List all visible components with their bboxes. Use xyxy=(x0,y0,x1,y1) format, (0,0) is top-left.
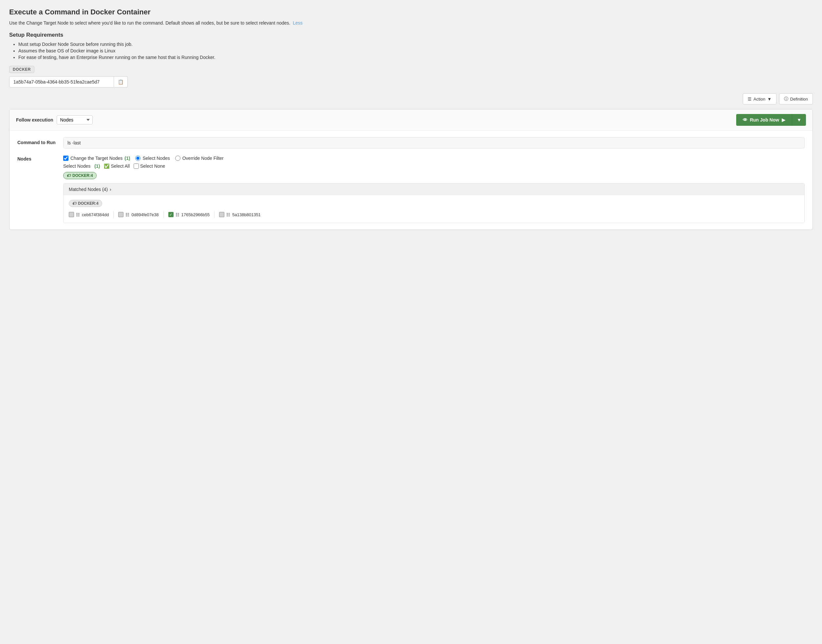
page-title: Execute a Command in Docker Container xyxy=(9,8,813,16)
select-nodes-radio[interactable] xyxy=(135,156,141,161)
matched-tag-label: DOCKER:4 xyxy=(78,201,99,206)
chevron-down-icon: ▼ xyxy=(767,97,771,101)
select-nodes-count: (1) xyxy=(94,164,100,169)
command-row: Command to Run xyxy=(17,137,805,149)
description-text: Use the Change Target Node to select whe… xyxy=(9,20,290,26)
server-icon-3: ☷ xyxy=(176,212,179,217)
command-input[interactable] xyxy=(63,137,805,149)
override-filter-radio[interactable] xyxy=(175,156,181,161)
table-row: ✓ ☷ 1765b2966b55 xyxy=(168,212,210,217)
select-all-label: Select All xyxy=(111,164,130,169)
node-id-1: ceb674f384dd xyxy=(82,212,109,217)
node-divider-3 xyxy=(214,211,214,218)
server-icon-1: ☷ xyxy=(76,212,80,217)
matched-nodes-body: 🏷 DOCKER:4 ☷ ceb674f384dd xyxy=(64,195,804,223)
nodes-row: Nodes Change the Target Nodes (1) Select… xyxy=(17,156,805,223)
matched-nodes-header[interactable]: Matched Nodes (4) › xyxy=(64,184,804,195)
tag-filter-row: 🏷 DOCKER:4 xyxy=(63,172,805,179)
follow-execution-label: Follow execution xyxy=(16,117,54,123)
follow-execution-select[interactable]: Nodes Log Output Summary xyxy=(57,115,93,124)
play-icon: ▶ xyxy=(782,117,785,123)
chevron-right-icon: › xyxy=(110,187,111,192)
docker-badge: DOCKER xyxy=(9,66,34,73)
setup-title: Setup Requirements xyxy=(9,32,813,38)
job-id-row: 📋 xyxy=(9,76,813,87)
run-job-chevron-icon: ▼ xyxy=(797,117,801,123)
checkmark-3: ✓ xyxy=(169,213,172,217)
tag-chip[interactable]: 🏷 DOCKER:4 xyxy=(63,172,96,179)
action-button-label: Action xyxy=(753,97,765,101)
matched-tag-chip[interactable]: 🏷 DOCKER:4 xyxy=(69,200,102,207)
change-target-checkbox[interactable] xyxy=(63,156,69,161)
node-id-3: 1765b2966b55 xyxy=(181,212,210,217)
select-nodes-label: Select Nodes xyxy=(63,164,90,169)
nodes-options: Change the Target Nodes (1) Select Nodes… xyxy=(63,156,805,161)
nodes-content: Change the Target Nodes (1) Select Nodes… xyxy=(63,156,805,223)
matched-nodes-label: Matched Nodes (4) xyxy=(69,187,108,192)
tag-icon: 🏷 xyxy=(67,173,71,178)
less-link[interactable]: Less xyxy=(293,20,303,26)
select-none-link[interactable]: Select None xyxy=(134,164,165,169)
select-none-checkbox[interactable] xyxy=(134,164,139,169)
job-id-input[interactable] xyxy=(9,76,114,87)
list-icon: ☰ xyxy=(748,97,752,101)
page-description: Use the Change Target Node to select whe… xyxy=(9,20,813,26)
server-icon-4: ☷ xyxy=(226,212,230,217)
override-filter-label: Override Node Filter xyxy=(182,156,223,161)
follow-execution-group: Follow execution Nodes Log Output Summar… xyxy=(16,115,93,124)
setup-item-3: For ease of testing, have an Enterprise … xyxy=(18,55,813,60)
action-bar: ☰ Action ▼ ⓘ Definition xyxy=(9,94,813,104)
select-nodes-row: Select Nodes (1) ✅ Select All Select Non… xyxy=(63,164,805,169)
card-body: Command to Run Nodes Change the Target N… xyxy=(9,131,813,230)
setup-item-2: Assumes the base OS of Docker image is L… xyxy=(18,48,813,54)
node-checkbox-1[interactable] xyxy=(69,212,74,217)
eye-icon: 👁 xyxy=(743,117,747,123)
node-checkbox-3[interactable]: ✓ xyxy=(168,212,174,217)
node-list: ☷ ceb674f384dd ☷ 0d894fe07e38 xyxy=(69,211,799,218)
node-id-4: 5a138b801351 xyxy=(232,212,261,217)
table-row: ☷ 0d894fe07e38 xyxy=(118,212,159,217)
run-job-label: Run Job Now xyxy=(750,117,779,123)
command-label: Command to Run xyxy=(17,137,63,145)
node-checkbox-2[interactable] xyxy=(118,212,124,217)
select-nodes-radio-label-text: Select Nodes xyxy=(142,156,170,161)
node-id-2: 0d894fe07e38 xyxy=(131,212,159,217)
setup-item-1: Must setup Docker Node Source before run… xyxy=(18,41,813,47)
card-header: Follow execution Nodes Log Output Summar… xyxy=(9,109,813,131)
node-divider-1 xyxy=(113,211,114,218)
matched-tag-icon: 🏷 xyxy=(72,201,76,206)
info-icon: ⓘ xyxy=(784,96,788,102)
main-card: Follow execution Nodes Log Output Summar… xyxy=(9,109,813,230)
table-row: ☷ ceb674f384dd xyxy=(69,212,109,217)
change-target-count: (1) xyxy=(124,156,130,161)
server-icon-2: ☷ xyxy=(126,212,129,217)
select-all-link[interactable]: ✅ Select All xyxy=(104,164,130,169)
action-button[interactable]: ☰ Action ▼ xyxy=(743,94,776,104)
matched-nodes-panel: Matched Nodes (4) › 🏷 DOCKER:4 ☷ c xyxy=(63,183,805,223)
nodes-label: Nodes xyxy=(17,156,63,161)
run-job-button[interactable]: 👁 Run Job Now ▶ xyxy=(736,114,792,126)
change-target-label: Change the Target Nodes xyxy=(70,156,122,161)
override-filter-radio-label[interactable]: Override Node Filter xyxy=(175,156,223,161)
select-none-label: Select None xyxy=(140,164,165,169)
definition-button-label: Definition xyxy=(790,97,808,101)
tag-chip-label: DOCKER:4 xyxy=(72,173,93,178)
table-row: ☷ 5a138b801351 xyxy=(219,212,261,217)
run-job-dropdown-button[interactable]: ▼ xyxy=(792,114,806,126)
definition-button[interactable]: ⓘ Definition xyxy=(779,94,813,104)
copy-id-button[interactable]: 📋 xyxy=(114,76,128,87)
select-nodes-radio-label[interactable]: Select Nodes xyxy=(135,156,170,161)
checkmark-icon: ✅ xyxy=(104,164,109,169)
change-target-checkbox-label[interactable]: Change the Target Nodes (1) xyxy=(63,156,130,161)
node-checkbox-4[interactable] xyxy=(219,212,224,217)
setup-list: Must setup Docker Node Source before run… xyxy=(18,41,813,60)
run-job-group: 👁 Run Job Now ▶ ▼ xyxy=(736,114,806,126)
